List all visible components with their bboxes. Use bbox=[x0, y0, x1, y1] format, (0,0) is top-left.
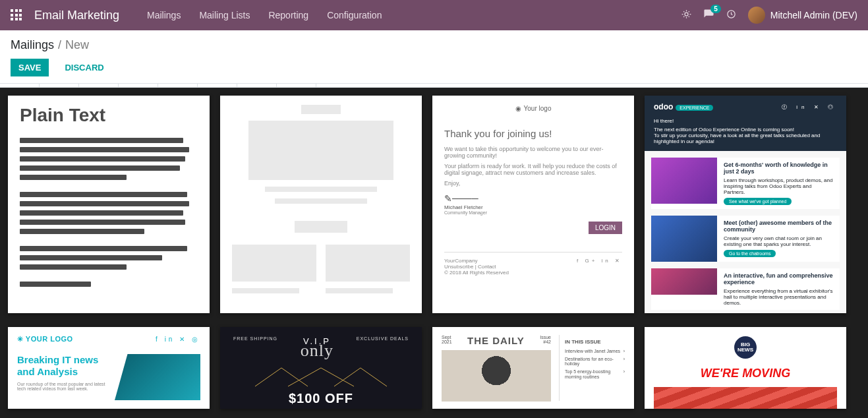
event-hi: Hi there! bbox=[654, 118, 837, 124]
welcome-social-icons: f G+ in ✕ bbox=[577, 258, 622, 276]
welcome-sig-role: Community Manager bbox=[444, 210, 622, 215]
nav-menu-mailings[interactable]: Mailings bbox=[147, 10, 181, 20]
it-hero-image bbox=[115, 354, 200, 400]
template-wireframe[interactable] bbox=[220, 96, 422, 313]
app-title: Email Marketing bbox=[34, 9, 119, 22]
control-panel: Mailings / New Save Discard bbox=[0, 30, 868, 84]
welcome-logo-text: Your logo bbox=[524, 105, 552, 112]
list-item: Top 5 energy-boosting morning routines› bbox=[565, 369, 625, 379]
template-plain-text[interactable]: Plain Text bbox=[8, 96, 210, 313]
breadcrumb: Mailings / New bbox=[11, 38, 857, 52]
debug-icon[interactable] bbox=[681, 9, 691, 21]
nav-menu: Mailings Mailing Lists Reporting Configu… bbox=[147, 10, 382, 20]
event-row: Meet (other) awesome members of the comm… bbox=[651, 216, 840, 262]
it-logo: ✳ YOUR LOGO bbox=[17, 335, 73, 343]
event-thumb-icon bbox=[651, 268, 717, 295]
vip-center-script: only bbox=[301, 341, 333, 361]
globe-icon: ◉ bbox=[515, 105, 521, 112]
breadcrumb-current: New bbox=[65, 38, 89, 52]
event-intro1: The next edition of Odoo Experience Onli… bbox=[654, 127, 837, 133]
user-avatar-icon bbox=[748, 7, 765, 24]
event-brand: odoo bbox=[654, 102, 673, 111]
messages-icon[interactable]: 5 bbox=[703, 9, 714, 22]
daily-hero-image bbox=[442, 350, 551, 402]
template-event[interactable]: odooEXPERIENCE ⓕ in ✕ ◎ Hi there! The ne… bbox=[645, 96, 846, 313]
big-news-badge-icon: BIGNEWS bbox=[734, 336, 757, 359]
template-daily[interactable]: Sept2021 THE DAILY Issue#42 IN THIS ISSU… bbox=[432, 327, 634, 409]
welcome-footer-copy: © 2018 All Rights Reserved bbox=[444, 270, 509, 276]
welcome-p2: Your platform is ready for work. It will… bbox=[444, 163, 622, 176]
apps-menu-icon[interactable] bbox=[11, 9, 22, 21]
event-row: Get 6-months' worth of knowledge in just… bbox=[651, 158, 840, 209]
template-welcome[interactable]: ◉Your logo Thank you for joining us! We … bbox=[432, 96, 634, 313]
nav-menu-mailing-lists[interactable]: Mailing Lists bbox=[199, 10, 250, 20]
main-navbar: Email Marketing Mailings Mailing Lists R… bbox=[0, 0, 868, 30]
event-thumb-icon bbox=[651, 216, 717, 262]
activities-icon[interactable] bbox=[726, 9, 736, 21]
moving-hero-image bbox=[654, 387, 837, 409]
template-it-news[interactable]: ✳ YOUR LOGO f in ✕ ◎ Breaking IT news an… bbox=[8, 327, 210, 409]
list-item: Destinations for an eco-holiday› bbox=[565, 357, 625, 367]
nav-menu-reporting[interactable]: Reporting bbox=[268, 10, 308, 20]
messages-badge: 5 bbox=[710, 5, 721, 13]
vip-price: $100 OFF bbox=[220, 391, 422, 406]
welcome-footer-company: YourCompany bbox=[444, 258, 509, 264]
vip-left: FREE SHIPPING bbox=[233, 336, 277, 361]
breadcrumb-root[interactable]: Mailings bbox=[11, 38, 54, 52]
user-name: Mitchell Admin (DEV) bbox=[770, 10, 857, 20]
welcome-enjoy: Enjoy, bbox=[444, 180, 622, 187]
vip-right: EXCLUSIVE DEALS bbox=[357, 336, 409, 361]
event-social-icons: ⓕ in ✕ ◎ bbox=[782, 104, 837, 111]
template-grid[interactable]: Plain Text ◉Your logo Thank you for join… bbox=[0, 88, 868, 418]
event-thumb-icon bbox=[651, 158, 717, 204]
daily-side-heading: IN THIS ISSUE bbox=[565, 339, 625, 345]
art-deco-icon bbox=[220, 365, 422, 391]
it-headline: Breaking IT news and Analysis bbox=[17, 354, 107, 378]
welcome-footer-unsub: Unsubscribe bbox=[444, 264, 473, 270]
user-menu[interactable]: Mitchell Admin (DEV) bbox=[748, 7, 857, 24]
event-row: An interactive, fun and comprehensive ex… bbox=[651, 268, 840, 310]
it-sub: Our roundup of the most popular and late… bbox=[17, 382, 107, 391]
it-social-icons: f in ✕ ◎ bbox=[156, 336, 200, 343]
event-brand-tag: EXPERIENCE bbox=[676, 105, 713, 111]
save-button[interactable]: Save bbox=[11, 59, 49, 76]
breadcrumb-sep: / bbox=[58, 38, 61, 52]
list-item: Interview with Janet James› bbox=[565, 349, 625, 354]
welcome-login-button: LOGIN bbox=[589, 222, 622, 234]
welcome-footer-contact: Contact bbox=[478, 264, 496, 270]
template-plain-title: Plain Text bbox=[20, 105, 198, 126]
template-moving[interactable]: BIGNEWS WE'RE MOVING bbox=[645, 327, 846, 409]
event-intro2: To stir up your curiosity, have a look a… bbox=[654, 133, 837, 144]
template-vip[interactable]: FREE SHIPPING V.I.P only EXCLUSIVE DEALS… bbox=[220, 327, 422, 409]
welcome-heading: Thank you for joining us! bbox=[444, 128, 622, 139]
nav-menu-configuration[interactable]: Configuration bbox=[327, 10, 382, 20]
discard-button[interactable]: Discard bbox=[57, 59, 111, 76]
daily-title: THE DAILY bbox=[452, 335, 540, 346]
svg-point-0 bbox=[685, 13, 688, 16]
welcome-p1: We want to take this opportunity to welc… bbox=[444, 146, 622, 159]
moving-title: WE'RE MOVING bbox=[654, 367, 837, 380]
welcome-sig-name: Michael Fletcher bbox=[444, 204, 622, 210]
